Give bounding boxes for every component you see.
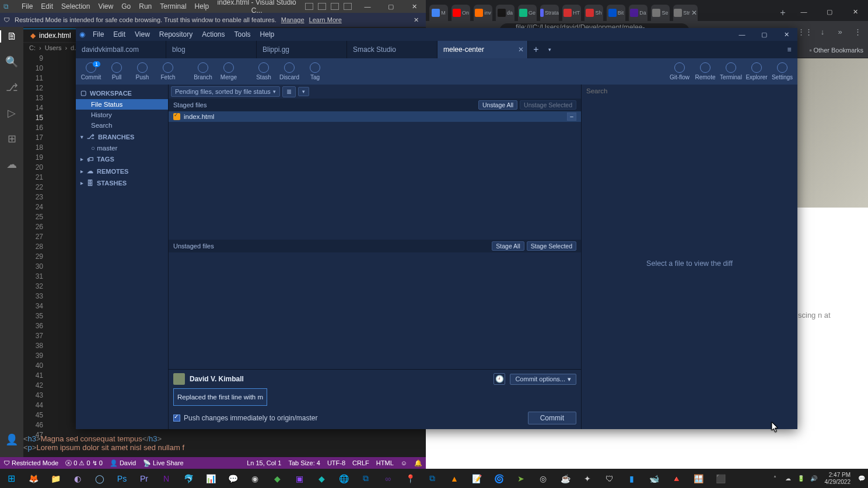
tray-volume-icon[interactable]: 🔊	[807, 475, 820, 482]
taskbar-streamlabs-icon[interactable]: ◆	[310, 469, 332, 488]
encoding-status[interactable]: UTF-8	[327, 459, 345, 466]
taskbar-coffee-icon[interactable]: ☕	[554, 469, 576, 488]
sourcetree-close-button[interactable]: ✕	[775, 28, 797, 41]
banner-close-button[interactable]: ✕	[410, 16, 422, 24]
vscode-menu-selection[interactable]: Selection	[58, 1, 93, 12]
explorer-activity-icon[interactable]: 🗎	[0, 30, 23, 43]
start-button[interactable]: ⊞	[0, 469, 22, 488]
push-immediately-label[interactable]: Push changes immediately to origin/maste…	[184, 414, 317, 422]
commit-history-button[interactable]: 🕘	[494, 373, 505, 385]
cursor-position-status[interactable]: Ln 15, Col 1	[247, 459, 281, 466]
taskbar-star-icon[interactable]: ✦	[576, 469, 598, 488]
editor-tab-index-html[interactable]: ◆ index.html	[23, 29, 78, 42]
taskbar-spiral-icon[interactable]: 🌀	[488, 469, 510, 488]
taskbar-green-icon[interactable]: ◆	[266, 469, 288, 488]
problems-status[interactable]: ⓧ 0 ⚠ 0 ↯ 0	[65, 459, 103, 468]
vscode-menu-edit[interactable]: Edit	[37, 1, 57, 12]
search-input[interactable]	[586, 87, 793, 94]
sourcetree-menu-repository[interactable]: Repository	[155, 29, 197, 40]
taskbar-pin-icon[interactable]: 📍	[399, 469, 421, 488]
stashes-header[interactable]: ▸ 🗄 STASHES	[76, 177, 168, 189]
staged-files-list[interactable]: index.html −	[169, 111, 581, 240]
chrome-tab-8[interactable]: Bit	[607, 5, 625, 21]
remote-activity-icon[interactable]: ☁	[6, 158, 17, 171]
source-control-activity-icon[interactable]: ⎇	[6, 81, 18, 94]
taskbar-window-icon[interactable]: 🪟	[687, 469, 709, 488]
taskbar-bars-icon[interactable]: 📊	[200, 469, 222, 488]
taskbar-dolphin-icon[interactable]: 🐬	[177, 469, 200, 488]
chrome-maximize-button[interactable]: ▢	[817, 2, 842, 21]
sourcetree-menu-edit[interactable]: Edit	[109, 29, 130, 40]
remotes-header[interactable]: ▸ ☁ REMOTES	[76, 165, 168, 177]
repo-tabs-menu-button[interactable]: ≡	[781, 41, 797, 58]
new-repo-tab-button[interactable]: +	[528, 41, 544, 58]
stage-all-button[interactable]: Stage All	[492, 241, 524, 251]
chrome-tab-7[interactable]: Sh	[584, 5, 603, 21]
repo-tab-blog[interactable]: blog	[166, 41, 257, 58]
branch-master[interactable]: master	[76, 143, 168, 153]
workspace-history[interactable]: History	[76, 110, 168, 120]
taskbar-vlc-icon[interactable]: ▲	[443, 469, 466, 488]
chrome-menu-icon[interactable]: »	[833, 24, 847, 38]
panel-right-icon[interactable]	[331, 3, 339, 10]
taskbar-chrome-icon[interactable]: 🌐	[332, 469, 355, 488]
pending-files-filter[interactable]: Pending files, sorted by file status▾	[171, 86, 280, 97]
extensions-icon[interactable]: ⋮⋮	[798, 24, 812, 38]
workspace-file-status[interactable]: File Status	[76, 99, 168, 110]
feedback-icon[interactable]: ☺	[401, 459, 407, 466]
workspace-search[interactable]: Search	[76, 120, 168, 131]
taskbar-pr-icon[interactable]: Pr	[133, 469, 155, 488]
commit-options-dropdown[interactable]: Commit options...▾	[510, 374, 576, 385]
vscode-minimize-button[interactable]: —	[356, 0, 379, 13]
unstage-file-button[interactable]: −	[567, 113, 576, 121]
staged-file-row[interactable]: index.html −	[169, 111, 581, 122]
chrome-tab-11[interactable]: Str✕	[673, 5, 698, 21]
taskbar-twitch-icon[interactable]: ▣	[288, 469, 310, 488]
gitflow-button[interactable]: Git-flow	[667, 62, 692, 80]
vscode-menu-help[interactable]: Help	[191, 1, 213, 12]
taskbar-epic-icon[interactable]: 🛡	[598, 469, 621, 488]
extensions-activity-icon[interactable]: ⊞	[8, 132, 16, 145]
vscode-menu-run[interactable]: Run	[135, 1, 155, 12]
taskbar-whale-icon[interactable]: 🐋	[643, 469, 665, 488]
tray-cloud-icon[interactable]: ☁	[782, 475, 794, 482]
sourcetree-menu-actions[interactable]: Actions	[198, 29, 229, 40]
taskbar-explorer-icon[interactable]: 📁	[44, 469, 66, 488]
fetch-button[interactable]: Fetch	[155, 62, 181, 80]
repo-tab-close[interactable]: ✕	[518, 45, 524, 54]
language-status[interactable]: HTML	[376, 459, 394, 466]
taskbar-ps-icon[interactable]: Ps	[111, 469, 133, 488]
chrome-tab-4[interactable]: Ge	[518, 5, 537, 21]
vscode-menu-file[interactable]: File	[18, 1, 36, 12]
tray-battery-icon[interactable]: 🔋	[794, 475, 807, 482]
taskbar-clock[interactable]: 2:47 PM4/29/2022	[820, 472, 856, 486]
terminal-button[interactable]: Terminal	[718, 62, 744, 80]
repo-tab-blippi-gg[interactable]: Blippi.gg	[257, 41, 347, 58]
chrome-tab-close[interactable]: ✕	[691, 9, 697, 17]
taskbar-arrow-icon[interactable]: ➤	[510, 469, 532, 488]
panel-left-icon[interactable]	[305, 3, 313, 10]
chrome-new-tab-button[interactable]: +	[775, 5, 791, 21]
vscode-menu-go[interactable]: Go	[118, 1, 134, 12]
stash-button[interactable]: Stash	[251, 62, 276, 80]
unstage-all-button[interactable]: Unstage All	[478, 100, 517, 110]
liveshare-status[interactable]: 📡 Live Share	[143, 459, 184, 467]
search-activity-icon[interactable]: 🔍	[5, 55, 18, 68]
layout-grid-icon[interactable]	[344, 3, 352, 10]
vscode-maximize-button[interactable]: ▢	[379, 0, 402, 13]
restricted-mode-status[interactable]: 🛡 Restricted Mode	[4, 459, 58, 466]
chrome-tab-10[interactable]: Se	[651, 5, 670, 21]
chrome-minimize-button[interactable]: —	[791, 2, 817, 21]
layout-controls[interactable]	[301, 3, 356, 10]
merge-button[interactable]: Merge	[216, 62, 242, 80]
settings-button[interactable]: Settings	[769, 62, 795, 80]
chrome-tab-2[interactable]: inv	[474, 5, 492, 21]
push-button[interactable]: Push	[130, 62, 155, 80]
chrome-tab-1[interactable]: On	[452, 5, 470, 21]
chrome-tab-3[interactable]: da	[496, 5, 514, 21]
unstaged-files-list[interactable]	[169, 252, 581, 369]
commit-button[interactable]: Commit1	[78, 62, 104, 80]
stage-selected-button[interactable]: Stage Selected	[527, 241, 576, 251]
chrome-kebab-icon[interactable]: ⋮	[850, 24, 864, 38]
sourcetree-minimize-button[interactable]: —	[731, 28, 753, 41]
